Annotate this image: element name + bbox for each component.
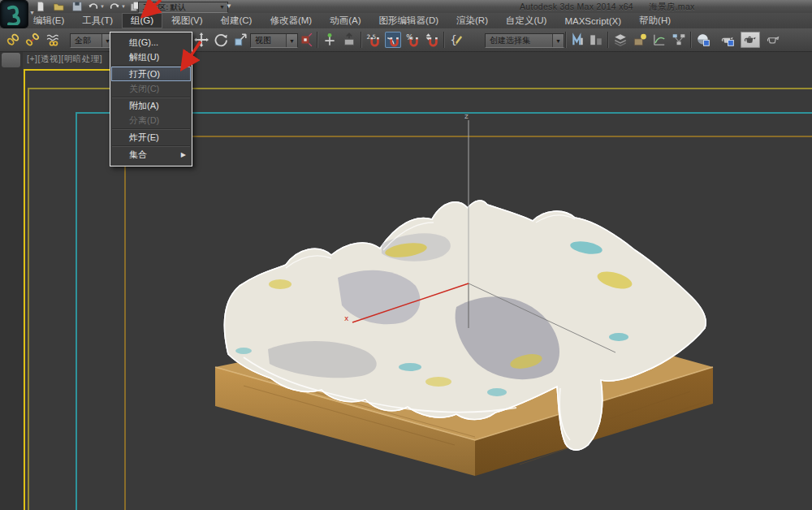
unlink-selection-icon[interactable] bbox=[24, 32, 41, 48]
menu-item-group[interactable]: 组(G)... bbox=[110, 35, 192, 50]
render-setup-icon[interactable] bbox=[719, 32, 736, 48]
selection-filter-value: 全部 bbox=[75, 35, 91, 46]
menu-item-open[interactable]: 打开(O) bbox=[111, 67, 191, 81]
select-and-link-icon[interactable] bbox=[5, 32, 21, 48]
menu-views[interactable]: 视图(V) bbox=[162, 13, 211, 28]
select-and-manipulate-icon[interactable] bbox=[322, 32, 338, 48]
viewport-label[interactable]: [+][透视][明暗处理] bbox=[27, 54, 102, 65]
chevron-down-icon: ▼ bbox=[552, 34, 564, 47]
menu-group[interactable]: 组(G) bbox=[122, 13, 162, 28]
menu-help[interactable]: 帮助(H) bbox=[630, 13, 680, 28]
menu-modifiers[interactable]: 修改器(M) bbox=[261, 13, 321, 28]
align-icon[interactable] bbox=[588, 32, 604, 48]
group-menu-popup: 组(G)... 解组(U) 打开(O) 关闭(C) 附加(A) 分离(D) 炸开… bbox=[110, 32, 192, 166]
spinner-snap-toggle-icon[interactable] bbox=[424, 32, 440, 48]
app-title: Autodesk 3ds Max 2014 x64 bbox=[520, 2, 633, 11]
use-pivot-center-icon[interactable] bbox=[297, 32, 313, 48]
percent-snap-toggle-icon[interactable]: % bbox=[404, 32, 421, 48]
mirror-icon[interactable] bbox=[570, 32, 586, 48]
menu-item-assembly[interactable]: 集合▶ bbox=[110, 147, 192, 162]
menu-bar: 编辑(E) 工具(T) 组(G) 视图(V) 创建(C) 修改器(M) 动画(A… bbox=[0, 13, 812, 28]
3dsmax-window: ▼ ▼ 工作区: 默认 ▼ ▼ Autodesk 3ds Max 2014 x6… bbox=[0, 0, 812, 510]
redo-flyout-caret[interactable]: ▼ bbox=[120, 1, 127, 12]
menu-separator bbox=[112, 97, 190, 97]
menu-separator bbox=[112, 128, 190, 129]
menu-customize[interactable]: 自定义(U) bbox=[497, 13, 555, 28]
toolbar-separator bbox=[690, 32, 691, 48]
graphite-ribbon-toggle-icon[interactable] bbox=[632, 32, 648, 48]
3dsmax-logo[interactable] bbox=[1, 1, 28, 28]
workspace-combo[interactable]: 工作区: 默认 ▼ bbox=[138, 2, 228, 13]
select-and-scale-icon[interactable] bbox=[232, 32, 248, 48]
toolbar-separator bbox=[361, 32, 361, 48]
manage-layers-icon[interactable] bbox=[612, 32, 628, 48]
keyboard-shortcut-toggle-icon[interactable] bbox=[341, 32, 357, 48]
menu-item-close: 关闭(C) bbox=[110, 81, 192, 96]
menu-tools[interactable]: 工具(T) bbox=[73, 13, 122, 28]
keyboard-override-icon[interactable]: { bbox=[448, 32, 464, 48]
open-file-icon[interactable] bbox=[52, 1, 64, 12]
material-editor-icon[interactable] bbox=[695, 32, 711, 48]
toolbar-separator bbox=[317, 32, 317, 48]
menu-item-ungroup[interactable]: 解组(U) bbox=[110, 50, 192, 64]
viewport-menu-expand[interactable]: [+] bbox=[27, 54, 37, 63]
safe-frame-action-safe-left bbox=[76, 112, 77, 510]
title-bar: ▼ ▼ 工作区: 默认 ▼ ▼ Autodesk 3ds Max 2014 x6… bbox=[0, 0, 812, 13]
menu-item-detach: 分离(D) bbox=[110, 113, 192, 128]
workspace-combo-value: 工作区: 默认 bbox=[143, 2, 186, 12]
menu-separator bbox=[112, 145, 190, 146]
menu-rendering[interactable]: 渲染(R) bbox=[447, 13, 497, 28]
viewport-shading-mode[interactable]: [明暗处理] bbox=[61, 54, 102, 63]
angle-snap-toggle-icon[interactable] bbox=[385, 32, 401, 48]
safe-frame-live-area-left bbox=[28, 88, 29, 510]
left-edge-strip bbox=[0, 51, 23, 510]
snaps-toggle-25d-icon[interactable]: 2.5 bbox=[365, 32, 382, 48]
rendered-frame-window-icon[interactable] bbox=[741, 32, 760, 48]
toolbar-separator bbox=[443, 32, 444, 48]
svg-text:{: { bbox=[450, 33, 457, 46]
menu-separator bbox=[112, 65, 190, 66]
viewport-view-name[interactable]: [透视] bbox=[37, 54, 61, 63]
save-icon[interactable] bbox=[71, 1, 83, 12]
menu-create[interactable]: 创建(C) bbox=[211, 13, 261, 28]
logo-flyout-caret[interactable]: ▼ bbox=[29, 10, 35, 15]
document-name: 海景房.max bbox=[649, 2, 694, 11]
toolbar-separator bbox=[607, 32, 608, 48]
named-selection-set-value: 创建选择集 bbox=[490, 35, 530, 46]
undo-flyout-caret[interactable]: ▼ bbox=[99, 1, 106, 12]
reference-coordinate-value: 视图 bbox=[255, 35, 271, 46]
curve-editor-icon[interactable] bbox=[651, 32, 667, 48]
menu-item-attach[interactable]: 附加(A) bbox=[110, 98, 192, 113]
menu-maxscript[interactable]: MAXScript(X) bbox=[555, 13, 630, 28]
redo-icon[interactable] bbox=[108, 1, 120, 12]
chevron-down-icon: ▼ bbox=[219, 2, 225, 12]
named-selection-set-combo[interactable]: 创建选择集 ▼ bbox=[485, 33, 564, 48]
toolbar-separator bbox=[565, 32, 566, 48]
select-and-move-icon[interactable] bbox=[193, 32, 209, 48]
select-and-rotate-icon[interactable] bbox=[213, 32, 229, 48]
workspace-flyout-caret[interactable]: ▼ bbox=[226, 2, 232, 10]
selection-filter-combo[interactable]: 全部 ▼ bbox=[70, 33, 114, 48]
bind-to-space-warp-icon[interactable] bbox=[45, 32, 62, 48]
new-file-icon[interactable] bbox=[34, 1, 46, 12]
safe-frame-title-safe-left bbox=[124, 136, 126, 510]
menu-graph-editors[interactable]: 图形编辑器(D) bbox=[370, 13, 447, 28]
menu-item-explode[interactable]: 炸开(E) bbox=[110, 130, 192, 145]
reference-coordinate-combo[interactable]: 视图 ▼ bbox=[250, 33, 298, 48]
active-viewport-border-left bbox=[24, 69, 25, 510]
render-production-icon[interactable] bbox=[765, 32, 781, 48]
schematic-view-icon[interactable] bbox=[671, 32, 687, 48]
menu-animation[interactable]: 动画(A) bbox=[321, 13, 369, 28]
undo-icon[interactable] bbox=[87, 1, 99, 12]
safe-frame-title-safe-top bbox=[124, 136, 812, 137]
submenu-arrow-icon: ▶ bbox=[181, 151, 186, 158]
window-title: Autodesk 3ds Max 2014 x64 海景房.max bbox=[520, 2, 695, 13]
chevron-down-icon: ▼ bbox=[286, 34, 297, 47]
collapsed-side-panel[interactable] bbox=[2, 53, 20, 67]
